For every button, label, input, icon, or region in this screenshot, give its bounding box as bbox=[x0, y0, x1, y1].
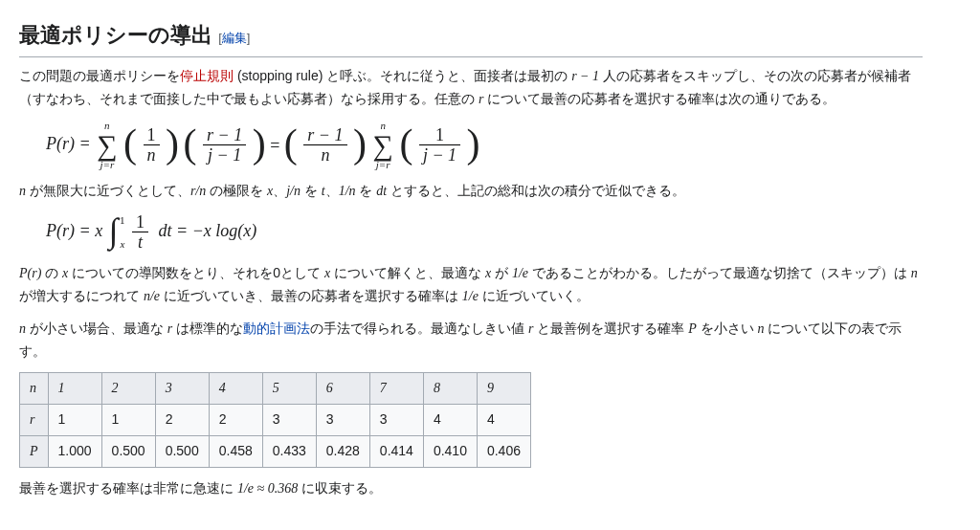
equation-2: P(r) = x 1 ∫ x 1t dt = −x log(x) bbox=[46, 212, 923, 253]
edit-section: [編集] bbox=[218, 31, 250, 45]
edit-link[interactable]: 編集 bbox=[222, 31, 247, 45]
row-P: P bbox=[20, 435, 49, 467]
integral-symbol: 1 ∫ x bbox=[109, 213, 119, 252]
paragraph-small-n: n が小さい場合、最適な r は標準的な動的計画法の手法で得られる。最適なしきい… bbox=[19, 318, 923, 364]
col-n: n bbox=[20, 373, 49, 405]
paragraph-derivative: P(r) の x についての導関数をとり、それを0として x について解くと、最… bbox=[19, 262, 923, 308]
stopping-rule-link[interactable]: 停止規則 bbox=[180, 68, 234, 83]
math-r-minus-1: r − 1 bbox=[571, 69, 599, 83]
table-row: n 1 2 3 4 5 6 7 8 9 bbox=[20, 373, 531, 405]
dynamic-programming-link[interactable]: 動的計画法 bbox=[243, 320, 310, 336]
sum-symbol: n ∑ j=r bbox=[97, 121, 117, 170]
paragraph-intro: この問題の最適ポリシーを停止規則 (stopping rule) と呼ぶ。それに… bbox=[19, 65, 923, 111]
equation-1: P(r) = n ∑ j=r ( 1n ) ( r − 1j − 1 ) = (… bbox=[46, 121, 923, 170]
results-table: n 1 2 3 4 5 6 7 8 9 r 1 1 2 2 3 3 3 4 4 … bbox=[19, 372, 531, 467]
sum-symbol-2: n ∑ j=r bbox=[373, 121, 393, 170]
heading-text: 最適ポリシーの導出 bbox=[19, 23, 212, 47]
section-heading: 最適ポリシーの導出 [編集] bbox=[19, 17, 923, 57]
row-r: r bbox=[20, 405, 49, 436]
paragraph-limit: n が無限大に近づくとして、r/n の極限を x、j/n を t、1/n を d… bbox=[19, 180, 923, 203]
table-row: P 1.000 0.500 0.500 0.458 0.433 0.428 0.… bbox=[20, 435, 531, 467]
paragraph-convergence: 最善を選択する確率は非常に急速に 1/e ≈ 0.368 に収束する。 bbox=[19, 477, 923, 500]
table-row: r 1 1 2 2 3 3 3 4 4 bbox=[20, 405, 531, 436]
